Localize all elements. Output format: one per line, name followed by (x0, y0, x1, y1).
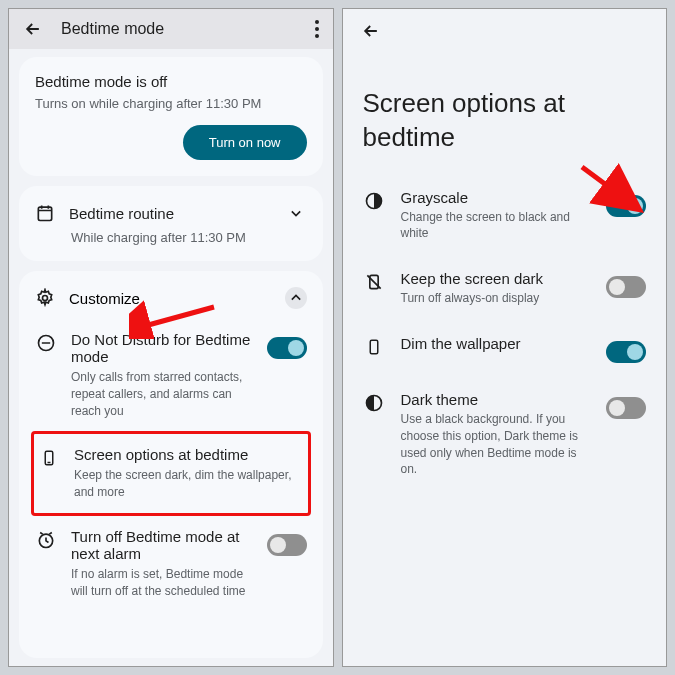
dark-theme-option[interactable]: Dark themeUse a black background. If you… (343, 377, 667, 492)
back-icon[interactable] (361, 21, 381, 41)
alarm-item[interactable]: Turn off Bedtime mode at next alarmIf no… (35, 516, 307, 612)
grayscale-title: Grayscale (401, 189, 591, 206)
grayscale-icon (363, 189, 385, 211)
svg-rect-0 (38, 207, 51, 220)
back-icon[interactable] (23, 19, 43, 39)
keep-dark-subtitle: Turn off always-on display (401, 290, 591, 307)
alarm-icon (35, 528, 57, 550)
customize-label: Customize (69, 290, 271, 307)
svg-rect-8 (370, 340, 378, 354)
dnd-title: Do Not Disturb for Bedtime mode (71, 331, 253, 365)
grayscale-toggle[interactable] (606, 195, 646, 217)
keep-dark-option[interactable]: Keep the screen darkTurn off always-on d… (343, 256, 667, 321)
highlight-box: Screen options at bedtimeKeep the screen… (31, 431, 311, 516)
grayscale-subtitle: Change the screen to black and white (401, 209, 591, 243)
dim-icon (363, 335, 385, 357)
dark-theme-subtitle: Use a black background. If you choose th… (401, 411, 591, 478)
dnd-subtitle: Only calls from starred contacts, repeat… (71, 369, 253, 419)
dark-theme-icon (363, 391, 385, 413)
dnd-icon (35, 331, 57, 353)
calendar-icon (35, 203, 55, 223)
no-display-icon (363, 270, 385, 292)
routine-subtitle: While charging after 11:30 PM (71, 230, 307, 245)
gear-icon (35, 288, 55, 308)
top-bar: Bedtime mode (9, 9, 333, 49)
alarm-subtitle: If no alarm is set, Bedtime mode will tu… (71, 566, 253, 600)
dim-toggle[interactable] (606, 341, 646, 363)
routine-label: Bedtime routine (69, 205, 271, 222)
status-title: Bedtime mode is off (35, 73, 307, 90)
dark-theme-title: Dark theme (401, 391, 591, 408)
chevron-up-icon[interactable] (285, 287, 307, 309)
right-screen: Screen options at bedtime GrayscaleChang… (342, 8, 668, 667)
left-screen: Bedtime mode Bedtime mode is off Turns o… (8, 8, 334, 667)
more-icon[interactable] (315, 20, 319, 38)
chevron-down-icon (285, 202, 307, 224)
phone-icon (38, 446, 60, 468)
content: Bedtime mode is off Turns on while charg… (9, 49, 333, 666)
dark-theme-toggle[interactable] (606, 397, 646, 419)
turn-on-button[interactable]: Turn on now (183, 125, 307, 160)
status-subtitle: Turns on while charging after 11:30 PM (35, 96, 307, 111)
svg-point-1 (43, 296, 48, 301)
grayscale-option[interactable]: GrayscaleChange the screen to black and … (343, 175, 667, 257)
dim-option[interactable]: Dim the wallpaper (343, 321, 667, 377)
screen-options-item[interactable]: Screen options at bedtimeKeep the screen… (38, 442, 304, 505)
status-card: Bedtime mode is off Turns on while charg… (19, 57, 323, 176)
dnd-toggle[interactable] (267, 337, 307, 359)
page-title: Bedtime mode (61, 20, 297, 38)
screen-options-subtitle: Keep the screen dark, dim the wallpaper,… (74, 467, 304, 501)
keep-dark-title: Keep the screen dark (401, 270, 591, 287)
keep-dark-toggle[interactable] (606, 276, 646, 298)
page-title: Screen options at bedtime (343, 57, 667, 175)
screen-options-title: Screen options at bedtime (74, 446, 304, 463)
alarm-title: Turn off Bedtime mode at next alarm (71, 528, 253, 562)
dnd-item[interactable]: Do Not Disturb for Bedtime modeOnly call… (35, 319, 307, 431)
routine-card[interactable]: Bedtime routine While charging after 11:… (19, 186, 323, 261)
dim-title: Dim the wallpaper (401, 335, 591, 352)
alarm-toggle[interactable] (267, 534, 307, 556)
customize-card: Customize Do Not Disturb for Bedtime mod… (19, 271, 323, 658)
